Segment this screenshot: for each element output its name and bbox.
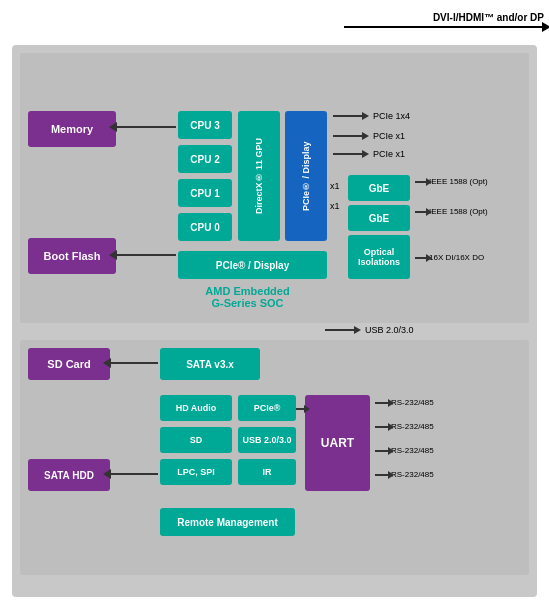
rs232-2-arrowhead <box>388 423 394 431</box>
hdaudio-box: HD Audio <box>160 395 232 421</box>
rs232-1-line <box>375 402 389 404</box>
bootflash-arrowhead-left <box>109 250 117 260</box>
ieee2-line <box>415 211 427 213</box>
usb-top-arrowhead <box>354 326 361 334</box>
dvi-arrowhead <box>542 22 549 32</box>
ir-box: IR <box>238 459 296 485</box>
pciex1b-label: PCIe x1 <box>373 149 405 159</box>
ieee2-row: IEEE 1588 (Opt) <box>415 207 488 216</box>
gbe1-box: GbE <box>348 175 410 201</box>
dido-label: 16X DI/16X DO <box>429 253 484 262</box>
pcie-small-box: PCIe® <box>238 395 296 421</box>
pcie1x4-arrowhead <box>362 112 369 120</box>
memory-arrowhead-left <box>109 122 117 132</box>
dido-row: 16X DI/16X DO <box>415 253 484 262</box>
usb-small-box: USB 2.0/3.0 <box>238 427 296 453</box>
x1a-label: x1 <box>330 181 340 191</box>
cpu0-box: CPU 0 <box>178 213 232 241</box>
cpu3-box: CPU 3 <box>178 111 232 139</box>
uart-box: UART <box>305 395 370 491</box>
pcie1x4-row: PCIe 1x4 <box>333 111 463 121</box>
rs232-3-row: RS-232/485 <box>375 446 434 455</box>
ieee1-row: IEEE 1588 (Opt) <box>415 177 488 186</box>
bootflash-arrow-line <box>116 254 176 256</box>
satav3-box: SATA v3.x <box>160 348 260 380</box>
remote-management-box: Remote Management <box>160 508 295 536</box>
uart-arrow1 <box>296 408 305 410</box>
rs232-3-label: RS-232/485 <box>391 446 434 455</box>
directx-box: DirectX® 11 GPU <box>238 111 280 241</box>
dvi-label: DVI-I/HDMI™ and/or DP <box>433 12 544 23</box>
usb-top-row: USB 2.0/3.0 <box>325 325 414 335</box>
rs232-4-arrowhead <box>388 471 394 479</box>
satahdd-box: SATA HDD <box>28 459 110 491</box>
rs232-1-label: RS-232/485 <box>391 398 434 407</box>
dido-line <box>415 257 427 259</box>
pcie1x4-line <box>333 115 363 117</box>
ieee2-arrowhead <box>426 208 432 216</box>
rs232-1-row: RS-232/485 <box>375 398 434 407</box>
ieee2-label: IEEE 1588 (Opt) <box>429 207 488 216</box>
bottom-block: SD Card SATA v3.x HD Audio PCIe® SD USB … <box>20 340 529 575</box>
soc-block: Memory Boot Flash CPU 3 CPU 2 CPU 1 CPU … <box>20 53 529 323</box>
pcie-display-tall-box: PCIe® / Display <box>285 111 327 241</box>
usb-top-line <box>325 329 355 331</box>
dvi-arrow-line <box>344 26 544 28</box>
main-container: DVI-I/HDMI™ and/or DP Memory Boot Flash … <box>0 0 549 609</box>
dvi-arrow-row <box>344 26 544 28</box>
rs232-4-row: RS-232/485 <box>375 470 434 479</box>
diagram-background: Memory Boot Flash CPU 3 CPU 2 CPU 1 CPU … <box>12 45 537 597</box>
pciex1a-line <box>333 135 363 137</box>
amd-label: AMD Embedded G-Series SOC <box>170 285 325 309</box>
ieee1-arrowhead <box>426 178 432 186</box>
cpu1-box: CPU 1 <box>178 179 232 207</box>
dido-arrowhead <box>426 254 432 262</box>
sdcard-arrowhead <box>103 358 111 368</box>
pciex1b-line <box>333 153 363 155</box>
sdcard-box: SD Card <box>28 348 110 380</box>
ieee1-line <box>415 181 427 183</box>
rs232-3-arrowhead <box>388 447 394 455</box>
rs232-3-line <box>375 450 389 452</box>
lpc-box: LPC, SPI <box>160 459 232 485</box>
rs232-2-line <box>375 426 389 428</box>
memory-box: Memory <box>28 111 116 147</box>
ieee1-label: IEEE 1588 (Opt) <box>429 177 488 186</box>
cpu2-box: CPU 2 <box>178 145 232 173</box>
sdcard-arrow-line <box>110 362 158 364</box>
uart-arrow1-head <box>304 405 310 413</box>
rs232-1-arrowhead <box>388 399 394 407</box>
pciex1a-arrowhead <box>362 132 369 140</box>
usb-top-label: USB 2.0/3.0 <box>365 325 414 335</box>
pciex1b-row: PCIe x1 <box>333 149 405 159</box>
dvi-section: DVI-I/HDMI™ and/or DP <box>250 12 544 28</box>
satahdd-arrowhead <box>103 469 111 479</box>
pcie-display-bottom-box: PCIe® / Display <box>178 251 327 279</box>
satahdd-arrow-line <box>110 473 158 475</box>
bootflash-box: Boot Flash <box>28 238 116 274</box>
rs232-2-label: RS-232/485 <box>391 422 434 431</box>
memory-arrow-line <box>116 126 176 128</box>
gbe2-box: GbE <box>348 205 410 231</box>
pciex1b-arrowhead <box>362 150 369 158</box>
pcie1x4-label: PCIe 1x4 <box>373 111 410 121</box>
rs232-4-label: RS-232/485 <box>391 470 434 479</box>
rs232-4-line <box>375 474 389 476</box>
optical-box: Optical Isolations <box>348 235 410 279</box>
pciex1a-label: PCIe x1 <box>373 131 405 141</box>
sd-box: SD <box>160 427 232 453</box>
pciex1a-row: PCIe x1 <box>333 131 405 141</box>
x1b-label: x1 <box>330 201 340 211</box>
rs232-2-row: RS-232/485 <box>375 422 434 431</box>
